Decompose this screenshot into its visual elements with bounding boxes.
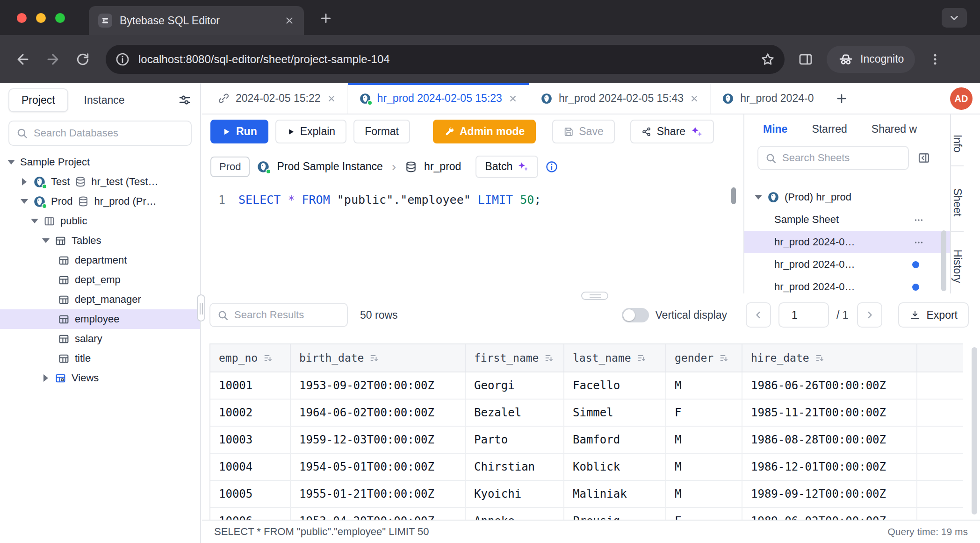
- results-search[interactable]: [209, 303, 348, 327]
- sheet-search[interactable]: [757, 146, 909, 170]
- chevron-down-icon[interactable]: [42, 238, 50, 243]
- filter-settings-icon[interactable]: [178, 93, 192, 107]
- page-input[interactable]: [778, 302, 829, 328]
- close-window-button[interactable]: [17, 13, 27, 23]
- cell: F: [666, 507, 742, 520]
- save-button[interactable]: Save: [552, 120, 614, 143]
- tab-info[interactable]: Info: [951, 114, 964, 166]
- search-icon: [16, 127, 28, 139]
- close-icon[interactable]: [690, 94, 699, 103]
- avatar[interactable]: AD: [950, 87, 973, 110]
- reload-icon[interactable]: [72, 49, 94, 70]
- sidebar-item-test[interactable]: Test hr_test (Test…: [0, 172, 200, 192]
- chevron-right-icon[interactable]: [42, 374, 50, 382]
- next-page-button[interactable]: [857, 302, 882, 328]
- sheet-group-prod-hr-prod[interactable]: (Prod) hr_prod: [744, 186, 950, 208]
- results-search-input[interactable]: [234, 309, 340, 321]
- zoom-window-button[interactable]: [55, 13, 65, 23]
- views-icon: [55, 372, 66, 384]
- sheet-tab-2[interactable]: hr_prod 2024-02-05 15:23: [348, 83, 529, 114]
- close-tab-icon[interactable]: [284, 15, 295, 26]
- sheet-item-unsaved-1[interactable]: hr_prod 2024-0…: [744, 253, 950, 276]
- chevron-down-icon[interactable]: [7, 160, 15, 164]
- run-button[interactable]: Run: [210, 120, 268, 143]
- sidebar-item-title[interactable]: title: [0, 349, 200, 368]
- sidebar-item-department[interactable]: department: [0, 250, 200, 270]
- vertical-display-toggle[interactable]: [622, 308, 649, 322]
- database-name[interactable]: hr_prod: [424, 160, 461, 173]
- side-panel-icon[interactable]: [798, 51, 814, 67]
- tab-starred[interactable]: Starred: [812, 123, 847, 136]
- bookmark-star-icon[interactable]: [760, 52, 775, 67]
- sidebar-item-prod[interactable]: Prod hr_prod (Pr…: [0, 192, 200, 211]
- more-icon[interactable]: [914, 237, 924, 248]
- chevron-right-icon[interactable]: [21, 178, 28, 186]
- cell: Parto: [465, 426, 564, 453]
- sheet-item-sample-sheet[interactable]: Sample Sheet: [744, 208, 950, 231]
- close-icon[interactable]: [508, 94, 518, 103]
- editor-scrollbar[interactable]: [731, 187, 736, 204]
- chevron-down-icon[interactable]: [21, 199, 28, 204]
- database-search-input[interactable]: [34, 127, 184, 139]
- sheet-tab-1[interactable]: 2024-02-05 15:22: [207, 83, 348, 114]
- back-icon[interactable]: [12, 49, 34, 70]
- sort-icon: [815, 353, 824, 363]
- format-button[interactable]: Format: [353, 120, 410, 143]
- tab-project[interactable]: Project: [8, 88, 68, 112]
- sheets-scrollbar[interactable]: [941, 230, 946, 291]
- sql-editor[interactable]: 1 SELECT * FROM "public"."employee" LIMI…: [202, 185, 743, 293]
- chevron-down-icon[interactable]: [755, 195, 762, 200]
- sheet-tab-4[interactable]: hr_prod 2024-0: [711, 83, 829, 114]
- browser-tab[interactable]: Bytebase SQL Editor: [89, 6, 304, 35]
- column-header-first-name[interactable]: first_name: [465, 344, 564, 372]
- column-header-hire-date[interactable]: hire_date: [742, 344, 917, 372]
- tab-history[interactable]: History: [951, 232, 964, 293]
- sidebar-item-employee[interactable]: employee: [0, 309, 200, 329]
- admin-mode-button[interactable]: Admin mode: [433, 120, 536, 143]
- browser-menu-icon[interactable]: [928, 52, 942, 66]
- results-scrollbar[interactable]: [972, 347, 977, 514]
- sidebar-item-public-schema[interactable]: public: [0, 211, 200, 231]
- chevron-down-icon[interactable]: [31, 219, 38, 223]
- share-button[interactable]: Share: [630, 120, 714, 143]
- column-header-last-name[interactable]: last_name: [564, 344, 666, 372]
- batch-button[interactable]: Batch: [476, 156, 538, 178]
- info-icon[interactable]: [545, 160, 558, 173]
- sql-code[interactable]: SELECT * FROM "public"."employee" LIMIT …: [238, 191, 541, 209]
- tab-mine[interactable]: Mine: [763, 123, 787, 136]
- sidebar-item-tables-group[interactable]: Tables: [0, 231, 200, 250]
- forward-icon[interactable]: [42, 49, 64, 70]
- minimize-window-button[interactable]: [36, 13, 46, 23]
- prev-page-button[interactable]: [746, 302, 771, 328]
- tab-search-chevron-button[interactable]: [942, 8, 967, 28]
- results-resize-handle[interactable]: [581, 292, 608, 300]
- more-icon[interactable]: [914, 215, 924, 225]
- sheet-search-input[interactable]: [782, 152, 901, 164]
- tab-instance[interactable]: Instance: [84, 94, 125, 107]
- sidebar-item-views-group[interactable]: Views: [0, 368, 200, 388]
- sheet-item-current[interactable]: hr_prod 2024-0…: [744, 231, 950, 253]
- database-search[interactable]: [8, 121, 192, 146]
- close-icon[interactable]: [327, 94, 336, 103]
- sheet-item-unsaved-2[interactable]: hr_prod 2024-0…: [744, 276, 950, 293]
- sheet-tab-3[interactable]: hr_prod 2024-02-05 15:43: [529, 83, 711, 114]
- new-sheet-button[interactable]: [829, 92, 855, 105]
- column-header-emp-no[interactable]: emp_no: [210, 344, 290, 372]
- sidebar-item-dept-manager[interactable]: dept_manager: [0, 290, 200, 309]
- column-header-birth-date[interactable]: birth_date: [290, 344, 465, 372]
- instance-name[interactable]: Prod Sample Instance: [277, 160, 382, 173]
- sidebar-item-dept-emp[interactable]: dept_emp: [0, 270, 200, 290]
- export-button[interactable]: Export: [898, 302, 969, 328]
- explain-button[interactable]: Explain: [275, 120, 346, 143]
- sidebar-item-sample-project[interactable]: Sample Project: [0, 152, 200, 172]
- tab-sheet[interactable]: Sheet: [951, 166, 964, 232]
- address-bar[interactable]: localhost:8080/sql-editor/sheet/project-…: [106, 45, 785, 74]
- column-header-gender[interactable]: gender: [666, 344, 742, 372]
- new-tab-button[interactable]: [319, 11, 333, 25]
- tree-label: Tables: [72, 235, 101, 247]
- site-info-icon[interactable]: [115, 52, 130, 67]
- sidebar-item-salary[interactable]: salary: [0, 329, 200, 349]
- collapse-panel-icon[interactable]: [917, 151, 930, 164]
- sidebar-resize-handle[interactable]: [197, 294, 205, 322]
- tab-shared[interactable]: Shared w: [872, 123, 917, 136]
